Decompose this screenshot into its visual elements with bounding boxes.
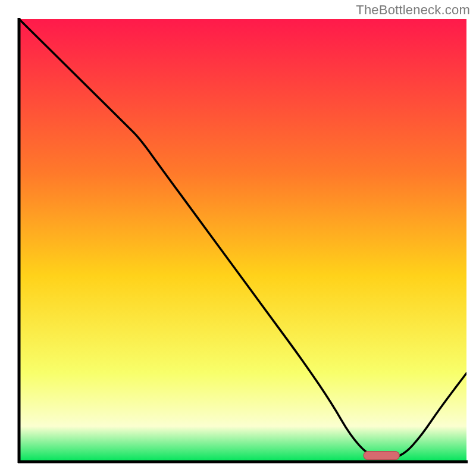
optimal-range-marker [364,452,399,460]
bottleneck-chart [0,0,476,476]
chart-container: { "attribution": "TheBottleneck.com", "c… [0,0,476,476]
